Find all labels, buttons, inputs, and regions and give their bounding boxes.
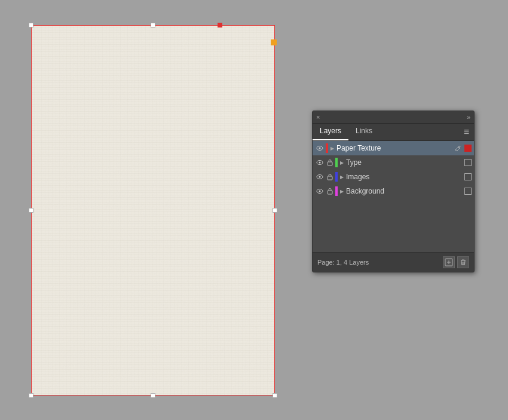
handle-bottom-left[interactable] — [29, 393, 33, 398]
handle-bottom-center[interactable] — [151, 393, 155, 398]
svg-point-6 — [319, 176, 321, 178]
panel-titlebar: × » — [313, 111, 474, 124]
layer-square-background — [464, 188, 472, 195]
layer-name-background: Background — [346, 187, 464, 195]
eye-icon-background[interactable] — [315, 186, 325, 196]
canvas-area: × » Layers Links ≡ ▶ Paper Texture — [0, 0, 508, 420]
layer-name-type: Type — [346, 158, 464, 167]
layer-color-background — [335, 186, 338, 196]
chevron-background: ▶ — [340, 189, 344, 194]
lock-icon-type — [326, 158, 334, 167]
add-layer-button[interactable] — [443, 256, 455, 268]
svg-rect-10 — [328, 191, 332, 194]
delete-layer-button[interactable] — [457, 256, 469, 268]
pen-icon-paper-texture — [454, 144, 462, 152]
layer-row-images[interactable]: ▶ Images — [313, 170, 474, 184]
layer-color-images — [335, 172, 338, 182]
handle-top-center[interactable] — [151, 23, 155, 27]
eye-icon-type[interactable] — [315, 158, 325, 167]
layer-color-paper-texture — [326, 143, 328, 153]
chevron-paper-texture: ▶ — [330, 146, 334, 151]
layer-row-background[interactable]: ▶ Background — [313, 184, 474, 198]
layer-square-paper-texture — [464, 145, 472, 152]
paper-document — [31, 25, 275, 396]
svg-rect-4 — [328, 162, 332, 165]
lock-icon-images — [326, 173, 334, 181]
chevron-images: ▶ — [340, 174, 344, 180]
svg-point-9 — [319, 191, 321, 192]
handle-top-right-orange[interactable] — [271, 39, 277, 45]
svg-point-1 — [319, 148, 321, 149]
layer-row-paper-texture[interactable]: ▶ Paper Texture — [313, 141, 474, 155]
layer-name-paper-texture: Paper Texture — [336, 144, 454, 152]
layer-name-images: Images — [346, 173, 464, 181]
handle-top-center-red[interactable] — [218, 23, 222, 27]
footer-page-info: Page: 1, 4 Layers — [317, 259, 440, 266]
chevron-type: ▶ — [340, 160, 344, 165]
tab-layers[interactable]: Layers — [313, 124, 348, 140]
layer-row-type[interactable]: ▶ Type — [313, 155, 474, 170]
svg-rect-7 — [328, 176, 332, 180]
handle-bottom-right[interactable] — [273, 393, 277, 398]
panel-close-button[interactable]: × — [316, 114, 320, 121]
handle-middle-left[interactable] — [29, 208, 33, 213]
layers-list: ▶ Paper Texture — [313, 141, 474, 252]
layers-empty-space — [313, 198, 474, 252]
eye-icon-paper-texture[interactable] — [315, 143, 325, 153]
panel-expand-button[interactable]: » — [467, 114, 470, 121]
svg-point-3 — [319, 162, 321, 164]
tab-links[interactable]: Links — [348, 124, 380, 140]
eye-icon-images[interactable] — [315, 172, 325, 182]
lock-icon-background — [326, 187, 334, 195]
panel-menu-icon[interactable]: ≡ — [459, 124, 474, 140]
layer-color-type — [335, 158, 338, 167]
handle-middle-right[interactable] — [273, 208, 277, 213]
layer-square-images — [464, 173, 472, 180]
handle-top-left[interactable] — [29, 23, 33, 27]
panel-footer: Page: 1, 4 Layers — [313, 252, 474, 272]
panel-tabs: Layers Links ≡ — [313, 124, 474, 141]
layers-panel: × » Layers Links ≡ ▶ Paper Texture — [312, 111, 475, 272]
layer-square-type — [464, 159, 472, 166]
